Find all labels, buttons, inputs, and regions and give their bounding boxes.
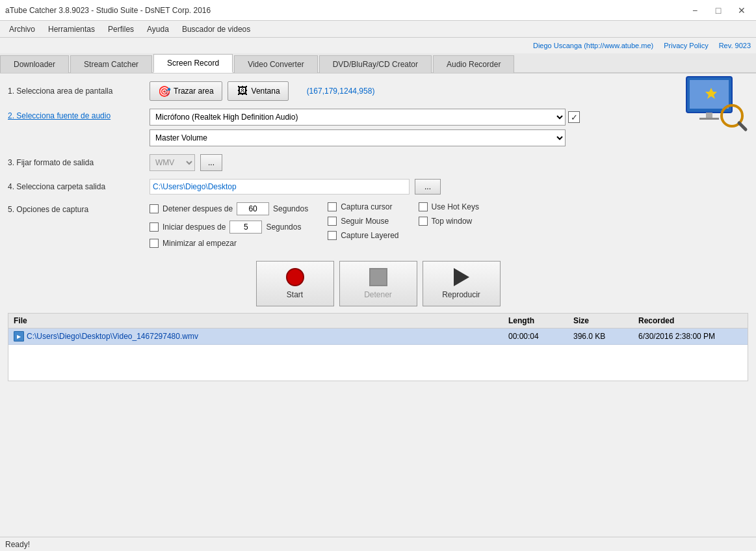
capture-cursor-checkbox[interactable] xyxy=(328,202,337,211)
main-content: 1. Selecciona area de pantalla 🎯 Trazar … xyxy=(0,74,756,537)
capture-cursor-option: Captura cursor xyxy=(328,202,398,211)
use-hot-keys-option: Use Hot Keys xyxy=(419,202,479,211)
tab-video-converter[interactable]: Video Converter xyxy=(234,55,318,73)
coordinates-display: (167,179,1244,958) xyxy=(307,87,375,96)
follow-mouse-checkbox[interactable] xyxy=(328,217,337,226)
col-header-file: File xyxy=(14,316,508,325)
start-label: Start xyxy=(287,290,303,299)
audio-dropdowns: Micrófono (Realtek High Definition Audio… xyxy=(150,109,748,146)
stop-after-label: Detener despues de xyxy=(163,204,233,213)
step1-row: 1. Selecciona area de pantalla 🎯 Trazar … xyxy=(8,81,748,101)
folder-path-input[interactable]: C:\Users\Diego\Desktop xyxy=(150,179,410,195)
col-header-recorded: Recorded xyxy=(638,316,742,325)
step5-row: 5. Opciones de captura Detener despues d… xyxy=(8,202,748,248)
screen-icon-container xyxy=(683,74,748,134)
start-after-input[interactable] xyxy=(229,221,262,234)
file-list-header: File Length Size Recorded xyxy=(8,314,748,329)
file-recorded: 6/30/2016 2:38:00 PM xyxy=(638,332,742,341)
tab-screen-record[interactable]: Screen Record xyxy=(153,54,233,73)
title-bar: aTube Catcher 3.8.9023 - Studio Suite - … xyxy=(0,0,756,21)
options-col-left: Detener despues de Segundos Iniciar desp… xyxy=(150,202,308,248)
audio-source1-select[interactable]: Micrófono (Realtek High Definition Audio… xyxy=(150,109,566,126)
step1-label: 1. Selecciona area de pantalla xyxy=(8,87,144,96)
start-after-label: Iniciar despues de xyxy=(163,222,226,232)
stop-after-unit: Segundos xyxy=(273,204,308,213)
window-label: Ventana xyxy=(252,87,280,96)
stop-after-input[interactable] xyxy=(237,202,269,215)
tab-stream-catcher[interactable]: Stream Catcher xyxy=(70,55,152,73)
control-buttons: Start Detener Reproducir xyxy=(8,261,748,306)
maximize-button[interactable]: □ xyxy=(709,3,727,18)
audio-source1-row: Micrófono (Realtek High Definition Audio… xyxy=(150,109,748,126)
window-title: aTube Catcher 3.8.9023 - Studio Suite - … xyxy=(5,6,211,15)
menu-ayuda[interactable]: Ayuda xyxy=(140,23,176,35)
stop-button[interactable]: Detener xyxy=(339,261,417,306)
start-button[interactable]: Start xyxy=(256,261,334,306)
step3-label: 3. Fijar formato de salida xyxy=(8,158,144,167)
capture-layered-checkbox[interactable] xyxy=(328,231,337,240)
close-button[interactable]: ✕ xyxy=(733,3,751,18)
minimize-label: Minimizar al empezar xyxy=(163,239,237,248)
window-button[interactable]: 🖼 Ventana xyxy=(228,81,289,101)
col-header-size: Size xyxy=(573,316,638,325)
start-after-option: Iniciar despues de Segundos xyxy=(150,221,308,234)
stop-label: Detener xyxy=(364,290,392,299)
play-button[interactable]: Reproducir xyxy=(423,261,501,306)
stop-icon xyxy=(369,268,387,286)
top-window-label: Top window xyxy=(432,217,473,226)
start-after-checkbox[interactable] xyxy=(150,222,159,232)
capture-cursor-label: Captura cursor xyxy=(341,202,392,211)
folder-browse-button[interactable]: ... xyxy=(415,179,441,195)
col-header-length: Length xyxy=(508,316,573,325)
audio-source2-select[interactable]: Master Volume xyxy=(150,129,566,146)
top-window-checkbox[interactable] xyxy=(419,217,428,226)
title-controls: − □ ✕ xyxy=(686,3,751,18)
tab-downloader[interactable]: Downloader xyxy=(0,55,69,73)
file-size: 396.0 KB xyxy=(573,332,638,341)
capture-options: Detener despues de Segundos Iniciar desp… xyxy=(150,202,479,248)
start-after-unit: Segundos xyxy=(266,222,301,232)
tabs-bar: Downloader Stream Catcher Screen Record … xyxy=(0,53,756,74)
menu-bar: Archivo Herramientas Perfiles Ayuda Busc… xyxy=(0,21,756,38)
tab-audio-recorder[interactable]: Audio Recorder xyxy=(433,55,514,73)
play-icon xyxy=(454,268,469,286)
audio-source1-checkbox[interactable] xyxy=(568,111,580,123)
step5-label: 5. Opciones de captura xyxy=(8,202,144,214)
file-length: 00:00:04 xyxy=(508,332,573,341)
author-link[interactable]: Diego Uscanga (http://www.atube.me) xyxy=(533,42,653,49)
use-hot-keys-checkbox[interactable] xyxy=(419,202,428,211)
step2-label[interactable]: 2. Selecciona fuente de audio xyxy=(8,109,144,120)
capture-layered-label: Capture Layered xyxy=(341,231,398,240)
stop-after-checkbox[interactable] xyxy=(150,204,159,213)
menu-herramientas[interactable]: Herramientas xyxy=(42,23,101,35)
use-hot-keys-label: Use Hot Keys xyxy=(432,202,479,211)
menu-buscador[interactable]: Buscador de videos xyxy=(176,23,257,35)
stop-after-option: Detener despues de Segundos xyxy=(150,202,308,215)
svg-rect-2 xyxy=(706,113,712,118)
file-list-rows: ▶ C:\Users\Diego\Desktop\Video_146729748… xyxy=(8,329,748,381)
trace-area-button[interactable]: 🎯 Trazar area xyxy=(150,81,222,101)
tab-dvd-creator[interactable]: DVD/BluRay/CD Creator xyxy=(319,55,432,73)
file-icon: ▶ xyxy=(14,331,24,342)
play-label: Reproducir xyxy=(442,290,480,299)
minimize-checkbox[interactable] xyxy=(150,239,159,248)
file-path: ▶ C:\Users\Diego\Desktop\Video_146729748… xyxy=(14,331,508,342)
svg-rect-3 xyxy=(699,118,719,120)
step4-label: 4. Selecciona carpeta salida xyxy=(8,182,144,191)
minimize-button[interactable]: − xyxy=(686,3,704,18)
revision-label: Rev. 9023 xyxy=(719,42,751,49)
options-col-right: Use Hot Keys Top window xyxy=(419,202,479,248)
privacy-policy-link[interactable]: Privacy Policy xyxy=(664,42,708,49)
svg-line-5 xyxy=(739,123,746,129)
format-select[interactable]: WMV xyxy=(150,154,195,171)
trace-area-label: Trazar area xyxy=(174,87,214,96)
options-col-middle: Captura cursor Seguir Mouse Capture Laye… xyxy=(328,202,398,248)
format-options-button[interactable]: ... xyxy=(200,154,222,171)
step3-row: 3. Fijar formato de salida WMV ... xyxy=(8,154,748,171)
menu-perfiles[interactable]: Perfiles xyxy=(101,23,140,35)
table-row[interactable]: ▶ C:\Users\Diego\Desktop\Video_146729748… xyxy=(8,329,748,345)
menu-archivo[interactable]: Archivo xyxy=(3,23,42,35)
step4-row: 4. Selecciona carpeta salida C:\Users\Di… xyxy=(8,179,748,195)
top-window-option: Top window xyxy=(419,217,479,226)
follow-mouse-option: Seguir Mouse xyxy=(328,217,398,226)
